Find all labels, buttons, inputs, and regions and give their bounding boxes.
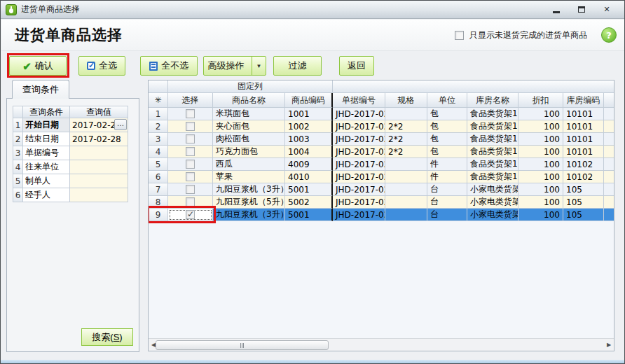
maximize-button[interactable] [574,4,589,15]
row-select-cell[interactable] [168,196,213,209]
grid-col-header-1[interactable]: 选择 [168,93,213,108]
grid-col-header-8[interactable]: 折扣 [518,93,563,108]
row-select-cell[interactable] [168,171,213,183]
query-value-cell[interactable] [70,188,128,202]
filler-cell [604,108,614,120]
row-number-cell: 1 [149,108,168,120]
unchecked-checkbox-icon[interactable] [186,122,195,131]
filler-cell [604,171,614,183]
query-panel: 查询条件 查询值 1开始日期2017-02-21…2结束日期2017-02-28… [6,98,139,352]
query-row[interactable]: 6经手人 [13,188,128,202]
row-select-cell[interactable] [168,133,213,146]
table-row[interactable]: 7九阳豆浆机（3升）5001JHD-2017-02台小家电类货架100105 [149,183,614,196]
grid-col-header-0[interactable]: ✳ [149,93,168,108]
query-condition-cell[interactable]: 制单人 [23,174,70,188]
chevron-down-icon[interactable]: ▼ [252,57,266,75]
product-name-cell: 九阳豆浆机（3升） [213,183,285,196]
query-row[interactable]: 3单据编号 [13,146,128,160]
row-select-cell[interactable] [168,108,213,120]
grid-col-header-3[interactable]: 商品编码 [285,93,333,108]
discount-cell: 100 [518,183,563,196]
query-value-cell[interactable] [70,160,128,174]
product-code-cell: 1004 [285,146,333,158]
discount-cell: 100 [518,133,563,146]
query-row[interactable]: 4往来单位 [13,160,128,174]
scroll-right-arrow-icon[interactable]: ▶ [604,340,614,351]
advanced-operations-label: 高级操作 [204,59,248,72]
table-row[interactable]: 8九阳豆浆机（5升）5002JHD-2017-02台小家电类货架100105 [149,196,614,209]
query-row[interactable]: 1开始日期2017-02-21… [13,118,128,132]
product-name-cell: 肉松面包 [213,133,285,146]
product-grid-panel: 固定列 ✳选择商品名称商品编码单据编号规格单位库房名称折扣库房编码 1米琪面包1… [148,80,614,351]
table-row[interactable]: 9九阳豆浆机（3升）5001JHD-2017-02台小家电类货架100105 [149,209,614,221]
checked-checkbox-icon[interactable] [186,210,195,219]
select-all-button[interactable]: 全选 [78,56,125,76]
horizontal-scrollbar[interactable]: ◀ ▶ [149,338,614,351]
warehouse-name-cell: 小家电类货架 [467,183,518,196]
unchecked-checkbox-icon[interactable] [186,172,195,181]
grid-col-header-5[interactable]: 规格 [385,93,427,108]
confirm-button[interactable]: ✔ 确认 [9,56,67,76]
help-button[interactable]: ? [601,27,617,43]
grid-col-header-9[interactable]: 库房编码 [563,93,604,108]
unchecked-checkbox-icon[interactable] [186,185,195,194]
row-select-cell[interactable] [168,209,213,221]
unchecked-checkbox-icon[interactable] [186,160,195,169]
unchecked-checkbox-icon[interactable] [186,147,195,156]
query-condition-cell[interactable]: 往来单位 [23,160,70,174]
select-all-label: 全选 [99,59,117,72]
unchecked-checkbox-icon[interactable] [186,109,195,118]
grid-col-header-6[interactable]: 单位 [427,93,467,108]
back-button[interactable]: 返回 [339,56,374,76]
row-select-cell[interactable] [168,120,213,133]
search-button[interactable]: 搜索(S) [81,328,133,346]
ellipsis-button[interactable]: … [114,119,127,130]
query-value-cell[interactable]: 2017-02-21… [70,118,128,132]
filter-checkbox[interactable] [455,31,464,40]
unchecked-checkbox-icon[interactable] [186,197,195,206]
warehouse-name-cell: 食品类货架1 [467,133,518,146]
query-value-cell[interactable] [70,146,128,160]
query-condition-cell[interactable]: 经手人 [23,188,70,202]
table-row[interactable]: 2夹心面包1002JHD-2017-022*2包食品类货架110010101 [149,120,614,133]
query-condition-cell[interactable]: 开始日期 [23,118,70,132]
query-value-cell[interactable] [70,174,128,188]
filter-button[interactable]: 过滤 [273,56,322,76]
warehouse-name-cell: 食品类货架1 [467,120,518,133]
row-select-cell[interactable] [168,183,213,196]
deselect-all-button[interactable]: 全不选 [140,56,198,76]
table-row[interactable]: 6苹果4010JHD-2017-02件食品类货架110010102 [149,171,614,183]
row-select-cell[interactable] [168,146,213,158]
table-row[interactable]: 3肉松面包1003JHD-2017-022*2包食品类货架110010101 [149,133,614,146]
confirm-button-label: 确认 [35,59,53,72]
query-condition-cell[interactable]: 结束日期 [23,132,70,146]
filter-checkbox-label[interactable]: 只显示未退货完成的进货单商品 [469,29,587,41]
unit-cell: 包 [427,146,467,158]
group-filler-cell [333,80,614,93]
table-row[interactable]: 1米琪面包1001JHD-2017-02包食品类货架110010101 [149,108,614,120]
doc-number-cell: JHD-2017-02 [333,158,385,171]
close-button[interactable]: ✕ [599,4,614,15]
row-select-cell[interactable] [168,158,213,171]
grid-col-header-2[interactable]: 商品名称 [213,93,285,108]
discount-cell: 100 [518,158,563,171]
table-row[interactable]: 5西瓜4009JHD-2017-02件食品类货架110010102 [149,158,614,171]
minimize-button[interactable] [549,4,564,15]
scrollbar-thumb[interactable] [156,340,329,350]
grid-col-header-4[interactable]: 单据编号 [333,93,385,108]
tab-query-conditions[interactable]: 查询条件 [12,80,69,99]
query-row[interactable]: 2结束日期2017-02-28 [13,132,128,146]
filler-cell [604,120,614,133]
advanced-operations-button[interactable]: 高级操作 ▼ [203,56,266,76]
warehouse-name-cell: 食品类货架1 [467,108,518,120]
query-condition-cell[interactable]: 单据编号 [23,146,70,160]
doc-number-cell: JHD-2017-02 [333,108,385,120]
query-row[interactable]: 5制单人 [13,174,128,188]
search-label-suffix: ) [119,332,122,342]
spec-cell [385,108,427,120]
table-row[interactable]: 4巧克力面包1004JHD-2017-022*2包食品类货架110010101 [149,146,614,158]
query-value-cell[interactable]: 2017-02-28 [70,132,128,146]
grid-col-header-7[interactable]: 库房名称 [467,93,518,108]
unchecked-checkbox-icon[interactable] [186,134,195,144]
grid-body: 1米琪面包1001JHD-2017-02包食品类货架1100101012夹心面包… [149,108,614,221]
